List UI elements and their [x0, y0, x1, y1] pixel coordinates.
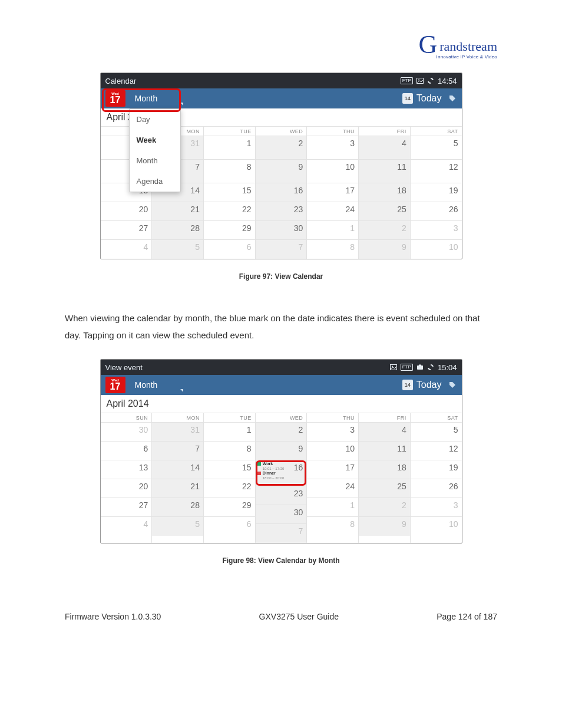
- calendar-day-cell[interactable]: 1: [204, 423, 255, 442]
- calendar-day-cell[interactable]: 22: [204, 479, 255, 498]
- calendar-day-cell[interactable]: 24: [307, 202, 358, 221]
- calendar-day-cell[interactable]: 6: [101, 442, 152, 460]
- calendar-app-icon[interactable]: Wed 17: [105, 377, 125, 393]
- calendar-day-cell[interactable]: 1: [307, 221, 358, 240]
- calendar-day-cell[interactable]: 14: [152, 460, 203, 479]
- calendar-day-cell[interactable]: 10: [307, 160, 358, 183]
- calendar-day-cell[interactable]: 5: [411, 136, 462, 160]
- calendar-day-cell[interactable]: 17: [307, 460, 358, 479]
- calendar-day-cell[interactable]: 15: [204, 183, 255, 202]
- calendar-day-cell[interactable]: 13: [101, 460, 152, 479]
- calendar-day-cell[interactable]: 31: [152, 423, 203, 442]
- calendar-day-cell[interactable]: 30: [256, 221, 307, 240]
- calendar-day-cell[interactable]: 26: [411, 479, 462, 498]
- brand-initial: G: [418, 32, 437, 58]
- calendar-day-cell[interactable]: 5: [152, 517, 203, 536]
- calendar-day-cell[interactable]: 23: [256, 486, 307, 505]
- calendar-day-cell[interactable]: 10: [307, 442, 358, 460]
- calendar-day-cell[interactable]: 30: [101, 423, 152, 442]
- calendar-day-cell[interactable]: 10: [411, 240, 462, 259]
- calendar-day-cell[interactable]: 17: [307, 183, 358, 202]
- calendar-day-cell[interactable]: 30: [256, 505, 307, 524]
- view-menu-item-agenda[interactable]: Agenda: [130, 171, 180, 192]
- calendar-day-cell[interactable]: 25: [359, 479, 410, 498]
- tag-icon[interactable]: [449, 381, 456, 388]
- calendar-day-cell[interactable]: 27: [101, 498, 152, 517]
- calendar-event[interactable]: Dinner18:00 – 20:00: [257, 471, 293, 480]
- calendar-day-cell[interactable]: 11: [359, 160, 410, 183]
- calendar-day-cell[interactable]: 24: [307, 479, 358, 498]
- sync-icon: [427, 77, 434, 84]
- calendar-day-cell[interactable]: 1: [307, 498, 358, 517]
- calendar-day-cell[interactable]: 20: [101, 202, 152, 221]
- calendar-day-cell[interactable]: 4: [101, 240, 152, 259]
- calendar-day-cell[interactable]: 26: [411, 202, 462, 221]
- calendar-day-cell[interactable]: 29: [204, 498, 255, 517]
- view-menu-item-week[interactable]: Week: [130, 130, 180, 150]
- calendar-day-cell[interactable]: 18: [359, 460, 410, 479]
- calendar-day-cell[interactable]: 19: [411, 460, 462, 479]
- calendar-day-cell[interactable]: 18: [359, 183, 410, 202]
- calendar-day-cell[interactable]: 4: [359, 136, 410, 160]
- calendar-day-cell[interactable]: 9: [359, 240, 410, 259]
- calendar-day-cell[interactable]: 4: [359, 423, 410, 442]
- sync-icon: [427, 364, 434, 371]
- calendar-day-cell[interactable]: 15: [204, 460, 255, 479]
- calendar-day-cell[interactable]: 8: [204, 160, 255, 183]
- calendar-day-cell[interactable]: 5: [411, 423, 462, 442]
- calendar-day-cell[interactable]: 20: [101, 479, 152, 498]
- calendar-day-cell[interactable]: 28: [152, 221, 203, 240]
- calendar-day-cell[interactable]: 3: [411, 498, 462, 517]
- calendar-day-cell[interactable]: 16: [256, 183, 307, 202]
- calendar-day-cell[interactable]: 21: [152, 202, 203, 221]
- calendar-day-cell[interactable]: 6: [204, 517, 255, 536]
- calendar-day-cell[interactable]: 21: [152, 479, 203, 498]
- calendar-event[interactable]: Work10:01 – 17:30: [257, 462, 293, 471]
- calendar-day-cell[interactable]: 2: [256, 136, 307, 160]
- calendar-day-cell[interactable]: 11: [359, 442, 410, 460]
- footer-title: GXV3275 User Guide: [259, 612, 339, 621]
- calendar-day-cell[interactable]: 1: [204, 136, 255, 160]
- calendar-day-cell[interactable]: 27: [101, 221, 152, 240]
- calendar-day-cell[interactable]: 7: [256, 524, 307, 543]
- today-button[interactable]: 14 Today: [402, 380, 442, 390]
- calendar-day-cell[interactable]: 12: [411, 160, 462, 183]
- calendar-day-cell[interactable]: 9: [256, 160, 307, 183]
- calendar-day-cell[interactable]: 23: [256, 202, 307, 221]
- calendar-day-cell[interactable]: 2: [359, 498, 410, 517]
- view-mode-dropdown[interactable]: Month: [130, 89, 187, 108]
- calendar-day-cell[interactable]: 7: [152, 442, 203, 460]
- calendar-day-cell[interactable]: 16Work10:01 – 17:30Dinner18:00 – 20:00: [256, 460, 307, 486]
- calendar-day-cell[interactable]: 12: [411, 442, 462, 460]
- calendar-day-cell[interactable]: 3: [307, 136, 358, 160]
- calendar-day-cell[interactable]: 29: [204, 221, 255, 240]
- weekday-header: SAT: [411, 413, 462, 423]
- calendar-day-cell[interactable]: 8: [307, 240, 358, 259]
- today-button[interactable]: 14 Today: [402, 93, 442, 104]
- calendar-day-cell[interactable]: 10: [411, 517, 462, 536]
- calendar-day-cell[interactable]: 5: [152, 240, 203, 259]
- calendar-day-cell[interactable]: 8: [307, 517, 358, 536]
- figure-caption-98: Figure 98: View Calendar by Month: [65, 556, 497, 565]
- calendar-day-cell[interactable]: 9: [359, 517, 410, 536]
- calendar-day-cell[interactable]: 19: [411, 183, 462, 202]
- calendar-day-cell[interactable]: 7: [256, 240, 307, 259]
- calendar-day-cell[interactable]: 9: [256, 442, 307, 460]
- view-menu-item-month[interactable]: Month: [130, 150, 180, 171]
- view-mode-dropdown[interactable]: Month: [130, 375, 187, 394]
- calendar-day-cell[interactable]: 28: [152, 498, 203, 517]
- calendar-day-cell[interactable]: 8: [204, 442, 255, 460]
- calendar-day-cell[interactable]: 22: [204, 202, 255, 221]
- calendar-day-cell[interactable]: 25: [359, 202, 410, 221]
- calendar-day-cell[interactable]: 6: [204, 240, 255, 259]
- tag-icon[interactable]: [449, 95, 456, 102]
- calendar-day-cell[interactable]: 3: [411, 221, 462, 240]
- view-mode-label: Month: [135, 94, 158, 103]
- view-menu-item-day[interactable]: Day: [130, 109, 180, 130]
- calendar-day-cell[interactable]: 3: [307, 423, 358, 442]
- calendar-day-cell[interactable]: 4: [101, 517, 152, 536]
- calendar-app-icon[interactable]: Wed 17: [105, 90, 125, 107]
- calendar-day-cell[interactable]: 2: [359, 221, 410, 240]
- body-paragraph: When viewing the calendar by month, the …: [65, 310, 497, 344]
- calendar-day-cell[interactable]: 2: [256, 423, 307, 442]
